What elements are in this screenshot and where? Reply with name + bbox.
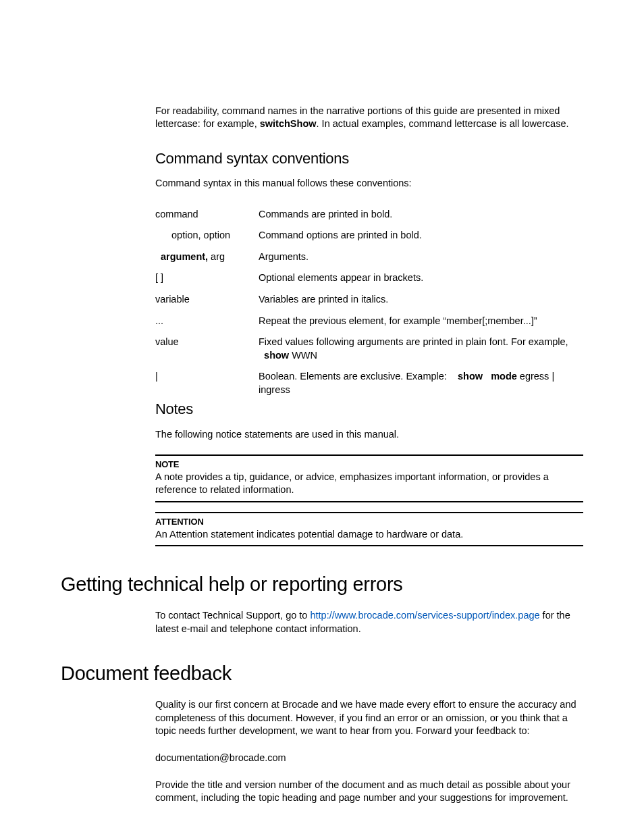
feedback-heading: Document feedback	[61, 662, 583, 685]
note-text: A note provides a tip, guidance, or advi…	[155, 471, 583, 497]
syntax-term: command	[155, 204, 259, 226]
notes-heading: Notes	[155, 400, 583, 418]
syntax-desc: Arguments.	[259, 246, 583, 268]
table-row: [ ] Optional elements appear in brackets…	[155, 267, 583, 289]
syntax-desc: Boolean. Elements are exclusive. Example…	[259, 366, 583, 400]
syntax-heading: Command syntax conventions	[155, 150, 583, 167]
help-heading: Getting technical help or reporting erro…	[61, 573, 583, 596]
syntax-term: value	[155, 332, 259, 366]
note-label: NOTE	[155, 459, 583, 471]
table-row: | Boolean. Elements are exclusive. Examp…	[155, 366, 583, 400]
table-row: value Fixed values following arguments a…	[155, 332, 583, 366]
table-row: command Commands are printed in bold.	[155, 204, 583, 226]
document-page: For readability, command names in the na…	[0, 0, 644, 834]
support-link[interactable]: http://www.brocade.com/services-support/…	[310, 610, 539, 621]
syntax-term: argument, arg	[155, 246, 259, 268]
help-text-before: To contact Technical Support, go to	[155, 610, 310, 621]
attention-block: ATTENTION An Attention statement indicat…	[155, 512, 583, 546]
feedback-p2: Provide the title and version number of …	[155, 779, 583, 805]
syntax-table: command Commands are printed in bold. op…	[155, 204, 583, 401]
intro-text-after: . In actual examples, command lettercase…	[317, 118, 569, 129]
syntax-term: |	[155, 366, 259, 400]
table-row: option, option Command options are print…	[155, 225, 583, 246]
attention-text: An Attention statement indicates potenti…	[155, 528, 583, 542]
syntax-desc: Optional elements appear in brackets.	[259, 267, 583, 289]
intro-bold-command: switchShow	[260, 118, 317, 129]
feedback-p1: Quality is our first concern at Brocade …	[155, 698, 583, 738]
table-row: ... Repeat the previous element, for exa…	[155, 311, 583, 332]
table-row: argument, arg Arguments.	[155, 246, 583, 268]
help-paragraph: To contact Technical Support, go to http…	[155, 609, 583, 635]
notes-lead: The following notice statements are used…	[155, 428, 583, 442]
syntax-desc: Command options are printed in bold.	[259, 225, 583, 246]
feedback-email: documentation@brocade.com	[155, 752, 583, 765]
syntax-lead: Command syntax in this manual follows th…	[155, 177, 583, 190]
intro-paragraph: For readability, command names in the na…	[155, 105, 583, 131]
syntax-desc: Commands are printed in bold.	[259, 204, 583, 226]
table-row: variable Variables are printed in italic…	[155, 289, 583, 311]
syntax-term: [ ]	[155, 267, 259, 289]
syntax-desc: Fixed values following arguments are pri…	[259, 332, 583, 366]
syntax-term: ...	[155, 311, 259, 332]
syntax-desc: Repeat the previous element, for example…	[259, 311, 583, 332]
syntax-term: option, option	[155, 225, 259, 246]
syntax-desc: Variables are printed in italics.	[259, 289, 583, 311]
note-block: NOTE A note provides a tip, guidance, or…	[155, 454, 583, 502]
syntax-term: variable	[155, 289, 259, 311]
attention-label: ATTENTION	[155, 516, 583, 528]
